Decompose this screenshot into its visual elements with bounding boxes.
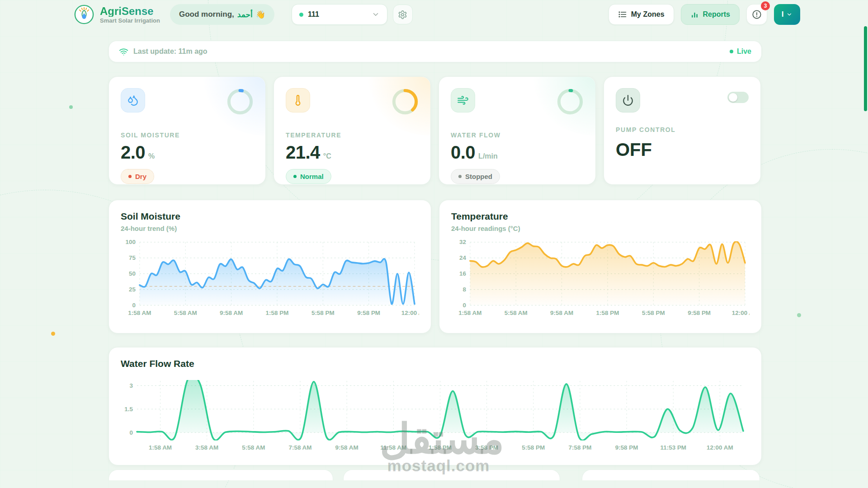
metric-label: WATER FLOW xyxy=(451,131,584,139)
water-flow-chart: 01.531:58 AM3:58 AM5:58 AM7:58 AM9:58 AM… xyxy=(121,375,750,454)
chevron-down-icon xyxy=(372,10,380,19)
brand-text: AgriSense Smart Solar Irrigation xyxy=(100,5,160,24)
partial-card xyxy=(343,469,560,480)
scrollbar-thumb[interactable] xyxy=(864,26,867,111)
chart-title: Temperature xyxy=(451,211,750,222)
svg-text:1:58 AM: 1:58 AM xyxy=(128,310,151,316)
badge-dot xyxy=(293,175,297,178)
water-flow-card: WATER FLOW 0.0 L/min Stopped xyxy=(439,76,596,185)
svg-text:1:58 AM: 1:58 AM xyxy=(458,310,481,316)
chevron-down-icon xyxy=(786,11,793,18)
chart-subtitle: 24-hour trend (%) xyxy=(121,225,419,232)
pump-control-card: PUMP CONTROL OFF xyxy=(604,76,761,185)
svg-text:100: 100 xyxy=(125,239,135,245)
svg-text:9:58 AM: 9:58 AM xyxy=(220,310,243,316)
svg-text:12:00 AM: 12:00 AM xyxy=(401,310,419,316)
svg-text:0: 0 xyxy=(129,429,133,436)
svg-text:32: 32 xyxy=(459,239,466,245)
metric-label: TEMPERATURE xyxy=(286,131,419,139)
svg-text:8: 8 xyxy=(462,286,466,293)
reports-button[interactable]: Reports xyxy=(681,4,740,25)
status-badge-normal: Normal xyxy=(286,169,331,184)
temperature-gauge xyxy=(392,88,419,115)
app-title: AgriSense xyxy=(100,5,160,17)
svg-text:5:58 PM: 5:58 PM xyxy=(522,444,545,451)
svg-text:16: 16 xyxy=(459,270,466,277)
svg-text:9:58 AM: 9:58 AM xyxy=(550,310,573,316)
status-bar: Last update: 11m ago Live xyxy=(108,41,762,62)
svg-text:1:58 AM: 1:58 AM xyxy=(149,444,172,451)
last-update-text: Last update: 11m ago xyxy=(133,47,208,56)
svg-text:5:58 AM: 5:58 AM xyxy=(242,444,265,451)
flow-icon xyxy=(451,88,475,113)
metric-unit: °C xyxy=(323,152,331,160)
chart-title: Water Flow Rate xyxy=(121,358,750,369)
soil-moisture-card: SOIL MOISTURE 2.0 % Dry xyxy=(108,76,266,185)
svg-text:7:58 AM: 7:58 AM xyxy=(288,444,311,451)
decorative-dot xyxy=(69,105,73,109)
svg-text:75: 75 xyxy=(129,254,136,261)
live-dot xyxy=(730,50,733,53)
zone-select-value: 111 xyxy=(308,10,367,19)
temperature-chart: 081624321:58 AM5:58 AM9:58 AM1:58 PM5:58… xyxy=(451,239,750,321)
soil-moisture-chart-card: Soil Moisture 24-hour trend (%) 02550751… xyxy=(108,200,431,333)
svg-text:11:53 PM: 11:53 PM xyxy=(660,444,686,451)
metric-value: 2.0 xyxy=(121,142,145,163)
decorative-dot xyxy=(797,313,801,317)
svg-text:0: 0 xyxy=(462,302,466,309)
svg-text:7:58 PM: 7:58 PM xyxy=(569,444,592,451)
notification-badge: 3 xyxy=(761,1,770,10)
pump-toggle[interactable] xyxy=(727,92,749,103)
wifi-icon xyxy=(119,47,128,56)
power-icon xyxy=(616,88,640,113)
greeting-text: Good morning, xyxy=(179,10,234,19)
zone-select[interactable]: 111 xyxy=(292,4,387,25)
alerts-button[interactable]: 3 xyxy=(746,4,767,25)
svg-text:9:58 PM: 9:58 PM xyxy=(615,444,638,451)
decorative-dot xyxy=(51,332,55,336)
svg-text:0: 0 xyxy=(132,302,135,309)
charts-row: Soil Moisture 24-hour trend (%) 02550751… xyxy=(108,200,762,333)
greeting-pill: Good morning, أحمد 👋 xyxy=(170,4,274,25)
svg-text:11:58 AM: 11:58 AM xyxy=(380,444,406,451)
badge-label: Normal xyxy=(300,173,324,180)
badge-dot xyxy=(128,175,132,178)
wave-emoji: 👋 xyxy=(256,10,265,19)
metric-value: 0.0 xyxy=(451,142,475,163)
svg-text:5:58 AM: 5:58 AM xyxy=(174,310,197,316)
partial-card xyxy=(108,469,333,480)
my-zones-button[interactable]: My Zones xyxy=(609,4,674,25)
avatar: I xyxy=(782,10,784,19)
svg-text:3: 3 xyxy=(129,382,133,389)
settings-button[interactable] xyxy=(393,5,413,24)
svg-text:1:58 PM: 1:58 PM xyxy=(429,444,452,451)
partial-card xyxy=(582,469,760,480)
svg-text:5:58 PM: 5:58 PM xyxy=(642,310,665,316)
temperature-card: TEMPERATURE 21.4 °C Normal xyxy=(274,76,431,185)
list-icon xyxy=(618,10,627,19)
svg-text:25: 25 xyxy=(129,286,136,293)
svg-text:9:58 PM: 9:58 PM xyxy=(688,310,711,316)
metric-value: 21.4 xyxy=(286,142,320,163)
live-label: Live xyxy=(737,47,751,56)
svg-text:50: 50 xyxy=(129,270,136,277)
water-flow-gauge xyxy=(557,88,584,115)
svg-text:3:58 PM: 3:58 PM xyxy=(475,444,498,451)
thermometer-icon xyxy=(286,88,310,113)
toggle-knob xyxy=(729,93,737,102)
main-content: Last update: 11m ago Live SOIL MOISTURE … xyxy=(108,41,762,480)
metric-label: PUMP CONTROL xyxy=(616,126,749,133)
chart-title: Soil Moisture xyxy=(121,211,419,222)
my-zones-label: My Zones xyxy=(631,10,665,19)
zone-status-dot xyxy=(299,13,303,17)
svg-text:9:58 PM: 9:58 PM xyxy=(357,310,380,316)
bottom-cards-row xyxy=(108,469,762,480)
user-menu-button[interactable]: I xyxy=(774,4,800,25)
svg-text:3:58 AM: 3:58 AM xyxy=(195,444,218,451)
droplets-icon xyxy=(121,88,145,113)
svg-text:9:58 AM: 9:58 AM xyxy=(335,444,359,451)
svg-text:12:00 AM: 12:00 AM xyxy=(732,310,750,316)
greeting-username: أحمد xyxy=(237,10,253,19)
status-badge-stopped: Stopped xyxy=(451,169,500,184)
soil-moisture-chart: 02550751001:58 AM5:58 AM9:58 AM1:58 PM5:… xyxy=(121,239,419,321)
